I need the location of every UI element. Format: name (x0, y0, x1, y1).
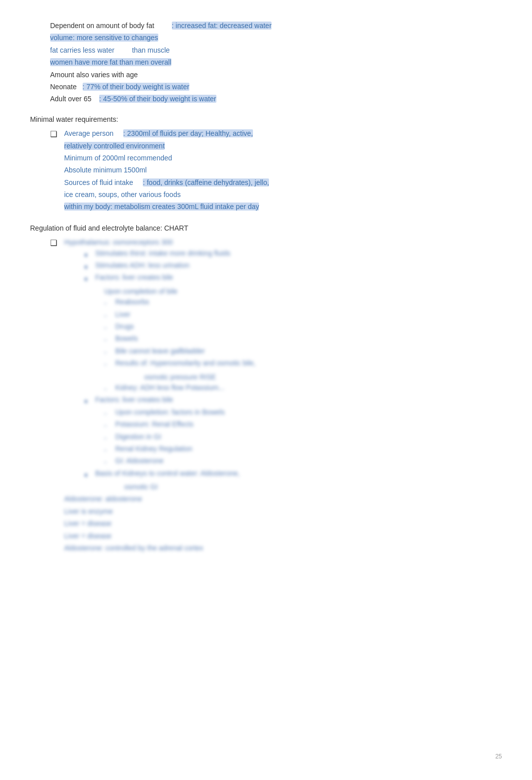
blurred-sub-sub-11: - Renal Kidney Regulation (104, 445, 502, 456)
bullet-symbol: ❑ (50, 128, 60, 141)
text-than-muscle: than muscle (132, 46, 169, 54)
highlight-relatively: relatively controlled environment (64, 142, 165, 150)
minimal-water-section: Minimal water requirements: ❑ Average pe… (30, 114, 502, 214)
blurred-sub-2: ♦ Stimulates ADH: less urination (84, 261, 502, 272)
blurred-sub-5: ♦ Basis of Kidneys to control water: Ald… (84, 469, 502, 480)
highlight-women: women have more fat than men overall (50, 58, 171, 66)
blurred-sub-sub-3: - Drugs (104, 322, 502, 333)
text-absolute-min: Absolute minimum 1500ml (64, 166, 147, 174)
regulation-bullet-content: Hypothalamus: osmoreceptors 300 ♦ Stimul… (64, 237, 502, 554)
text-regulation: Regulation of fluid and electrolyte bala… (30, 224, 188, 232)
line-sources: Sources of fluid intake : food, drinks (… (64, 177, 502, 188)
line-minimum-2000: Minimum of 2000ml recommended (64, 152, 502, 163)
text-colon-avg (114, 129, 123, 137)
line-volume: volume: more sensitive to changes (50, 32, 502, 43)
line-metabolism: within my body: metabolism creates 300mL… (64, 201, 502, 212)
regulation-bullet: ❑ Hypothalamus: osmoreceptors 300 ♦ Stim… (50, 237, 502, 554)
body-fat-section: Dependent on amount of body fat : increa… (30, 20, 502, 105)
blurred-sub-sub-4: - Bowels (104, 334, 502, 345)
line-women: women have more fat than men overall (50, 57, 502, 68)
blurred-line-aldosterone-cortex: Aldosterone: controlled by the adrenal c… (64, 542, 502, 553)
blurred-sub-group-2: Upon completion of bile - Reabsorbs - Li… (104, 286, 502, 395)
blurred-line-liver-disease-1: Liver = disease (64, 518, 502, 529)
blurred-sub-1: ♦ Stimulates thirst: intake more drinkin… (84, 249, 502, 260)
regulation-bullet-sym: ❑ (50, 237, 60, 250)
blurred-sub-sub-7: - Kidney: ADH less flow Potassium... (104, 383, 502, 395)
text-average-person: Average person (64, 129, 114, 137)
line-body-fat-1: Dependent on amount of body fat : increa… (50, 20, 502, 31)
line-neonate: Neonate : 77% of their body weight is wa… (50, 81, 502, 92)
blurred-sub-sub-5: - Bile cannot leave gallbladder (104, 347, 502, 358)
line-average-person: Average person : 2300ml of fluids per da… (64, 128, 502, 139)
line-fat-carries: fat carries less water than muscle (50, 45, 502, 56)
blurred-sub-sub-9: - Potassium: Renal Effects (104, 420, 502, 431)
blurred-sub-sub-10: - Digestion in GI (104, 433, 502, 444)
text-sources: Sources of fluid intake (64, 178, 133, 186)
blurred-sub-sub-12: - GI: Aldosterone (104, 457, 502, 468)
highlight-increased-fat: : increased fat: decreased water (172, 22, 272, 30)
highlight-average-person: : 2300ml of fluids per day; Healthy, act… (123, 129, 253, 137)
blurred-line-sub-1: Upon completion of bile (104, 286, 502, 297)
blurred-line-liver-disease-2: Liver = disease (64, 530, 502, 541)
text-neonate: Neonate (50, 83, 83, 91)
text-amount: Amount also varies with age (50, 71, 138, 79)
text-ice-cream: ice cream, soups, other various foods (64, 190, 181, 199)
line-amount: Amount also varies with age (50, 69, 502, 80)
blurred-line-osmotic: osmotic pressure RISE (144, 371, 502, 382)
highlight-neonate: : 77% of their body weight is water (83, 83, 189, 91)
highlight-sources: : food, drinks (caffeine dehydrates), je… (143, 178, 269, 186)
page-content: Dependent on amount of body fat : increa… (30, 20, 502, 554)
blurred-line-osmotic-gi: osmotic GI (124, 481, 502, 492)
blurred-line-aldosterone: Aldosterone: aldosterone (64, 493, 502, 504)
regulation-header: Regulation of fluid and electrolyte bala… (30, 223, 502, 234)
average-person-item: ❑ Average person : 2300ml of fluids per … (50, 128, 502, 214)
line-adult: Adult over 65 : 45-50% of their body wei… (50, 93, 502, 104)
blurred-sub-sub-8: - Upon completion: factors in Bowels (104, 408, 502, 419)
page-number: 25 (495, 753, 502, 760)
blurred-sub-4: ♦ Factors: liver creates bile (84, 396, 502, 407)
line-absolute-min: Absolute minimum 1500ml (64, 164, 502, 175)
blurred-sub-3: ♦ Factors: liver creates bile (84, 273, 502, 284)
blurred-sub-sub-1: - Reabsorbs (104, 298, 502, 309)
blurred-sub-group-1: ♦ Stimulates thirst: intake more drinkin… (84, 249, 502, 493)
text-colon-sources (133, 178, 143, 186)
text-fat-carries: fat carries less water (50, 46, 132, 54)
line-ice-cream: ice cream, soups, other various foods (64, 189, 502, 200)
regulation-section: Regulation of fluid and electrolyte bala… (30, 223, 502, 555)
blurred-line-1: Hypothalamus: osmoreceptors 300 (64, 237, 502, 248)
blurred-sub-sub-2: - Liver (104, 310, 502, 321)
highlight-adult: : 45-50% of their body weight is water (99, 95, 216, 103)
regulation-content: ❑ Hypothalamus: osmoreceptors 300 ♦ Stim… (50, 237, 502, 554)
text-minimum-2000: Minimum of 2000ml recommended (64, 154, 172, 162)
blurred-line-liver-enzyme: Liver is enzyme (64, 506, 502, 517)
blurred-sub-sub-6: - Results of: Hyperosmolarity and osmoti… (104, 359, 502, 370)
highlight-metabolism: within my body: metabolism creates 300mL… (64, 203, 259, 211)
text-dependent: Dependent on amount of body fat (50, 22, 172, 30)
average-person-content: Average person : 2300ml of fluids per da… (64, 128, 502, 214)
minimal-water-header: Minimal water requirements: (30, 114, 502, 125)
text-adult: Adult over 65 (50, 95, 99, 103)
line-relatively: relatively controlled environment (64, 140, 502, 151)
highlight-volume: volume: more sensitive to changes (50, 34, 158, 42)
blurred-sub-group-3: - Upon completion: factors in Bowels - P… (104, 408, 502, 468)
